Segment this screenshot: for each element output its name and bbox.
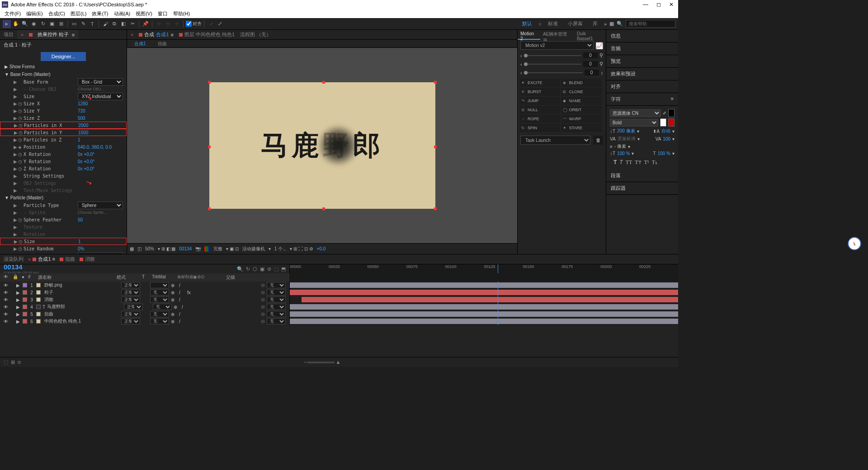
clone-tool[interactable]: ⧉	[110, 20, 118, 28]
layer-track[interactable]	[289, 296, 678, 303]
m2-slider-0[interactable]	[524, 55, 581, 56]
hand-tool[interactable]: ✋	[12, 20, 20, 28]
hscale[interactable]: 100 %	[658, 151, 670, 156]
panel-对齐[interactable]: 对齐	[606, 80, 678, 93]
subscript-icon[interactable]: T₁	[652, 159, 657, 166]
layer-row[interactable]: 👁▶3消散正常无⊕/☉无	[0, 296, 289, 303]
tl-icon-1[interactable]: ↻	[246, 266, 250, 272]
layer-track[interactable]	[289, 310, 678, 318]
tl-icon-5[interactable]: ⬚	[274, 266, 278, 272]
menu-图层(L)[interactable]: 图层(L)	[69, 10, 88, 17]
script-manager-tab[interactable]: AE脚本管理器	[540, 30, 574, 40]
current-frame[interactable]: 00134	[179, 246, 192, 251]
font-family-dd[interactable]: 思源黑体 CN	[610, 109, 661, 117]
tl-icon-4[interactable]: ⊘	[267, 266, 271, 272]
channel-icon[interactable]	[204, 246, 210, 252]
layer-track[interactable]	[289, 318, 678, 325]
menu-文件(F)[interactable]: 文件(F)	[3, 10, 23, 17]
frame-blend-icon[interactable]: ⧈	[18, 359, 21, 365]
camera-dd[interactable]: 活动摄像机	[242, 246, 265, 252]
ec-particles-in-z[interactable]: ▶◷Particles in Z1	[0, 136, 127, 143]
sub-tab[interactable]: 扭曲	[154, 40, 170, 47]
ec-x-rotation[interactable]: ▶◷X Rotation0x +0.0°	[0, 150, 127, 158]
motion2-tab[interactable]: Motion 2	[518, 30, 540, 40]
no-stroke-icon[interactable]	[668, 118, 675, 127]
panel-字符[interactable]: 字符 ≡	[606, 93, 678, 106]
m2-null[interactable]: ⊘NULL	[519, 106, 560, 114]
workspace-menu-icon[interactable]: ≡	[538, 21, 541, 27]
ec-group[interactable]: ▼ Base Form (Master)	[0, 70, 127, 78]
menu-效果(T)[interactable]: 效果(T)	[90, 10, 110, 17]
ec-size-z[interactable]: ▶◷Size Z500	[0, 114, 127, 122]
panel-跟踪器[interactable]: 跟踪器	[606, 182, 678, 195]
maximize-button[interactable]: ◻	[656, 1, 661, 8]
zoom-tool[interactable]: 🔍	[21, 20, 29, 28]
workspace-standard[interactable]: 标准	[544, 19, 561, 28]
motion-version-dd[interactable]: Motion v2	[520, 41, 594, 50]
menu-动画(A)[interactable]: 动画(A)	[112, 10, 132, 17]
ec-base-form[interactable]: ▶Base FormBox - Grid	[0, 78, 127, 85]
cycle-icon[interactable]: ↕	[601, 70, 604, 75]
workspace-overflow-icon[interactable]: »	[604, 21, 607, 27]
layer-row[interactable]: 👁▶5扭曲正常无⊕/☉无	[0, 310, 289, 318]
layer-track[interactable]	[289, 303, 678, 310]
eyedropper-icon[interactable]: ✐	[663, 111, 666, 116]
ec-texture[interactable]: ▶Texture	[0, 223, 127, 230]
panel-段落[interactable]: 段落	[606, 169, 678, 182]
workspace-lib[interactable]: 库	[589, 19, 601, 28]
resolution-icon[interactable]: ▾ ⊞ ◧ ▦	[158, 246, 175, 251]
zoom-value[interactable]: 50%	[145, 246, 154, 251]
workspace-default[interactable]: 默认	[519, 19, 536, 28]
panel-预览[interactable]: 预览	[606, 55, 678, 68]
m2-slider-1[interactable]	[524, 64, 581, 65]
duik-tab[interactable]: Duik Bassel1	[574, 30, 606, 40]
canvas[interactable]: 马鹿野郎	[209, 82, 435, 209]
ec-sphere-feather[interactable]: ▶◷Sphere Feather50	[0, 216, 127, 223]
kerning[interactable]: 度量标准	[618, 136, 636, 142]
m2-arrow[interactable]: ‹	[520, 61, 522, 67]
anchor-icon[interactable]: ⚲	[599, 52, 603, 58]
fill-swatch[interactable]	[668, 109, 675, 117]
m2-val-2[interactable]: 0	[585, 70, 599, 75]
pen-tool[interactable]: ✎	[79, 20, 87, 28]
world-axis-icon[interactable]: ⊹	[164, 20, 172, 28]
m2-val-0[interactable]: 0	[583, 52, 598, 58]
toggle-switches-icon[interactable]: ⬚	[4, 359, 8, 365]
menu-帮助(H)[interactable]: 帮助(H)	[171, 10, 192, 17]
layer-row[interactable]: 👁▶2粒子正常无⊕/fx☉无	[0, 289, 289, 296]
m2-rope[interactable]: ⟋ROPE	[519, 115, 560, 123]
view-axis-icon[interactable]: ⊹	[173, 20, 181, 28]
m2-arrow[interactable]: ‹	[520, 53, 522, 58]
layer-row[interactable]: 👁▶6中间色橙色 纯色 1正常无⊕/☉无	[0, 318, 289, 325]
menu-编辑(E)[interactable]: 编辑(E)	[24, 10, 45, 17]
motion-graph-icon[interactable]: 📈	[595, 42, 603, 49]
transparency-icon[interactable]: ◫	[137, 246, 142, 251]
tracking[interactable]: 100	[663, 136, 670, 141]
m2-blend[interactable]: ◈BLEND	[561, 79, 602, 87]
views-dd[interactable]: 1 个...	[274, 246, 287, 252]
tl-icon-6[interactable]: ⬒	[281, 266, 286, 272]
pan-behind-tool[interactable]: ⊞	[57, 20, 65, 28]
superscript-icon[interactable]: T¹	[644, 159, 649, 166]
m2-stare[interactable]: ✦STARE	[561, 124, 602, 132]
brush-tool[interactable]: 🖌	[101, 20, 109, 28]
workspace-panel-icon[interactable]: ▦	[609, 21, 614, 27]
composition-viewport[interactable]: 马鹿野郎	[127, 48, 517, 243]
sub-tab[interactable]: 合成1	[131, 40, 150, 47]
vscale[interactable]: 100 %	[617, 151, 630, 156]
panel-信息[interactable]: 信息	[606, 30, 678, 42]
text-tool[interactable]: T	[88, 20, 96, 28]
m2-spin[interactable]: ↻SPIN	[519, 124, 560, 132]
minimize-button[interactable]: —	[643, 1, 648, 8]
ec-size-x[interactable]: ▶◷Size X1280	[0, 100, 127, 107]
help-search-input[interactable]	[626, 20, 675, 28]
toggle-modes-icon[interactable]: ⊞	[11, 359, 15, 365]
layer-row[interactable]: 👁▶1静帧.png正常⊕/☉无	[0, 282, 289, 289]
tl-tab[interactable]: × 合成1 ≡	[28, 256, 55, 263]
eraser-tool[interactable]: ◧	[119, 20, 127, 28]
ec--choose-obj[interactable]: ▶- Choose OBJChoose OBJ...	[0, 85, 127, 93]
tl-icon-3[interactable]: ▣	[260, 266, 264, 272]
close-button[interactable]: ✕	[669, 1, 674, 8]
m2-orbit[interactable]: ◯ORBIT	[561, 106, 602, 114]
comp-tab[interactable]: 流程图 （无）	[240, 31, 271, 38]
